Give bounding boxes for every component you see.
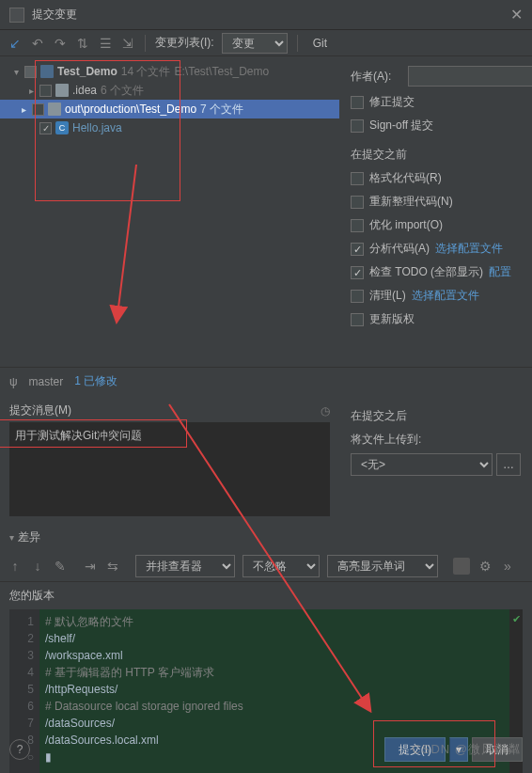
diff-label: 差异 bbox=[18, 529, 40, 545]
amend-checkbox[interactable] bbox=[351, 96, 364, 109]
diff-icon[interactable]: ⇅ bbox=[75, 36, 90, 51]
optimize-checkbox[interactable] bbox=[351, 219, 364, 232]
chevron-down-icon[interactable]: ▾ bbox=[9, 532, 14, 543]
author-input[interactable] bbox=[408, 66, 532, 87]
app-icon bbox=[9, 8, 24, 23]
redo-icon[interactable]: ↷ bbox=[53, 36, 68, 51]
viewer-select[interactable]: 并排查看器 bbox=[135, 555, 235, 577]
changelist-select[interactable]: 变更 bbox=[222, 33, 288, 54]
changelist-label: 变更列表(I): bbox=[155, 35, 214, 51]
commit-button[interactable]: 提交(I) bbox=[384, 737, 446, 762]
toolbar: ↙ ↶ ↷ ⇅ ☰ ⇲ 变更列表(I): 变更 Git bbox=[0, 30, 532, 56]
checkbox[interactable] bbox=[39, 122, 52, 134]
collapse-icon[interactable]: ⇥ bbox=[83, 559, 98, 574]
group-icon[interactable]: ☰ bbox=[98, 36, 113, 51]
your-version-label: 您的版本 bbox=[0, 582, 532, 609]
chevron-right-icon[interactable]: ▸ bbox=[19, 104, 28, 115]
ignore-select[interactable]: 不忽略 bbox=[243, 555, 320, 577]
analyze-link[interactable]: 选择配置文件 bbox=[435, 241, 503, 257]
checkbox[interactable] bbox=[32, 103, 44, 116]
copyright-checkbox[interactable] bbox=[351, 313, 364, 326]
prev-icon[interactable]: ↑ bbox=[8, 559, 23, 574]
cleanup-link[interactable]: 选择配置文件 bbox=[412, 288, 479, 304]
java-icon: C bbox=[55, 121, 69, 134]
git-label: Git bbox=[313, 37, 327, 50]
highlight-select[interactable]: 高亮显示单词 bbox=[327, 555, 438, 577]
undo-icon[interactable]: ↶ bbox=[30, 36, 45, 51]
edit-icon[interactable]: ✎ bbox=[53, 559, 68, 574]
changes-link[interactable]: 1 已修改 bbox=[74, 373, 117, 389]
check-icon: ✔ bbox=[512, 613, 521, 625]
analyze-checkbox[interactable] bbox=[351, 243, 364, 256]
window-title: 提交变更 bbox=[32, 7, 77, 23]
upload-select[interactable]: <无> bbox=[351, 453, 493, 476]
upload-more-button[interactable]: … bbox=[496, 453, 521, 476]
commit-dropdown[interactable]: ▾ bbox=[449, 737, 468, 762]
file-tree[interactable]: ▾ Test_Demo 14 个文件 E:\Test\Test_Demo ▸ .… bbox=[8, 62, 332, 137]
checkbox[interactable] bbox=[24, 66, 37, 78]
author-label: 作者(A): bbox=[351, 69, 402, 85]
branch-name: master bbox=[29, 375, 64, 388]
cleanup-checkbox[interactable] bbox=[351, 290, 364, 303]
revert-icon[interactable]: ↙ bbox=[8, 36, 23, 51]
history-icon[interactable]: ◷ bbox=[321, 404, 330, 418]
folder-icon bbox=[48, 103, 61, 116]
tree-node-hello[interactable]: C Hello.java bbox=[8, 118, 332, 137]
lock-icon[interactable] bbox=[453, 558, 470, 575]
tree-root[interactable]: ▾ Test_Demo 14 个文件 E:\Test\Test_Demo bbox=[8, 62, 332, 81]
help-button[interactable]: ? bbox=[9, 739, 30, 760]
gear-icon[interactable]: ⚙ bbox=[477, 559, 493, 574]
signoff-checkbox[interactable] bbox=[351, 119, 364, 133]
branch-icon: ψ bbox=[9, 375, 18, 388]
next-icon[interactable]: ↓ bbox=[30, 559, 45, 574]
todo-link[interactable]: 配置 bbox=[489, 264, 511, 280]
folder-icon bbox=[55, 84, 69, 97]
chevron-right-icon[interactable]: ▸ bbox=[26, 86, 36, 96]
expand-icon[interactable]: ⇲ bbox=[120, 36, 135, 51]
commit-msg-label: 提交消息(M) bbox=[9, 402, 71, 418]
todo-checkbox[interactable] bbox=[351, 266, 364, 279]
chevron-down-icon[interactable]: ▾ bbox=[11, 67, 21, 77]
after-commit-label: 在提交之后 bbox=[351, 408, 521, 424]
close-icon[interactable]: ✕ bbox=[510, 6, 523, 24]
commit-msg-input[interactable]: 用于测试解决Git冲突问题 bbox=[9, 422, 330, 516]
reformat-checkbox[interactable] bbox=[351, 172, 364, 185]
upload-label: 将文件上传到: bbox=[351, 432, 521, 448]
before-commit-label: 在提交之前 bbox=[351, 147, 521, 163]
tree-node-idea[interactable]: ▸ .idea 6 个文件 bbox=[8, 81, 332, 100]
more-icon[interactable]: » bbox=[500, 559, 515, 574]
module-icon bbox=[40, 65, 54, 78]
sync-icon[interactable]: ⇆ bbox=[105, 559, 120, 574]
tree-node-out[interactable]: ▸ out\production\Test_Demo 7 个文件 bbox=[0, 100, 339, 118]
checkbox[interactable] bbox=[39, 85, 52, 97]
rearrange-checkbox[interactable] bbox=[351, 196, 364, 209]
cancel-button[interactable]: 取消 bbox=[472, 737, 523, 762]
